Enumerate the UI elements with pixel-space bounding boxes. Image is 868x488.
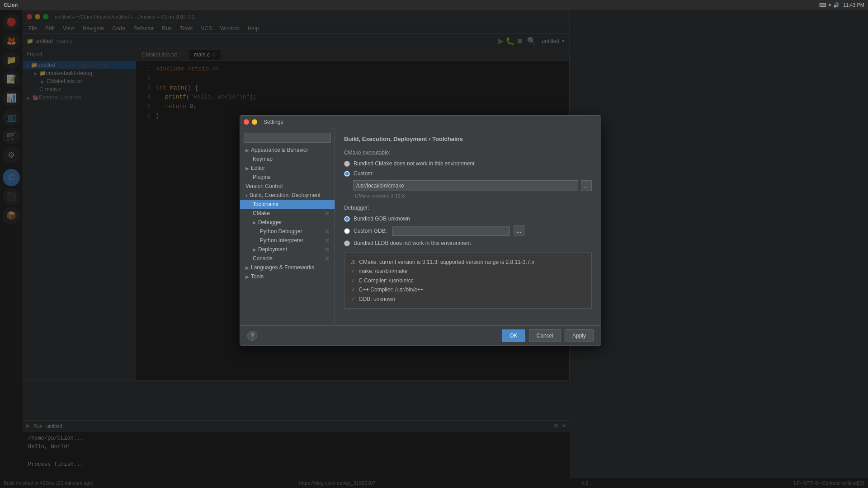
nav-appearance-label: Appearance & Behavior: [251, 147, 308, 153]
nav-version-control-label: Version Control: [245, 183, 283, 189]
nav-build-label: Build, Execution, Deployment: [250, 192, 321, 198]
radio-custom-gdb-label: Custom GDB:: [354, 228, 387, 234]
nav-keymap[interactable]: Keymap: [240, 155, 335, 164]
radio-bundled-gdb-row: Bundled GDB unknown: [344, 216, 592, 222]
gdb-browse-btn[interactable]: …: [514, 225, 524, 236]
cmake-path-input[interactable]: [353, 180, 578, 191]
radio-bundled[interactable]: [344, 161, 350, 167]
help-button[interactable]: ?: [247, 331, 257, 341]
nav-tools-label: Tools: [251, 273, 264, 280]
nav-python-interpreter-label: Python Interpreter: [260, 237, 303, 244]
deployment-shortcut: ⌘: [325, 247, 329, 252]
nav-console-label: Console: [253, 255, 273, 262]
status-cc: ✓ C Compiler: /usr/bin/cc: [351, 276, 585, 285]
nav-keymap-label: Keymap: [253, 156, 273, 162]
radio-custom[interactable]: [344, 171, 350, 177]
taskbar-right: ⌨ ✦ 🔊 11:43 PM: [819, 2, 864, 8]
radio-bundled-gdb[interactable]: [344, 216, 350, 222]
status-warn-text: CMake: current version is 3.11.3; suppor…: [359, 259, 534, 265]
radio-custom-row: Custom:: [344, 170, 592, 177]
status-cxx-text: C++ Compiler: /usr/bin/c++: [359, 286, 423, 293]
nav-python-debugger[interactable]: Python Debugger ⌘: [240, 227, 335, 236]
nav-plugins-label: Plugins: [253, 174, 270, 180]
radio-bundled-lldb[interactable]: [344, 240, 350, 246]
python-debugger-shortcut: ⌘: [325, 229, 329, 234]
radio-bundled-lldb-label: Bundled LLDB does not work in this envir…: [354, 240, 471, 246]
status-box: ⚠ CMake: current version is 3.11.3; supp…: [344, 253, 592, 309]
radio-bundled-label: Bundled CMake does not work in this envi…: [354, 160, 474, 167]
status-cxx: ✓ C++ Compiler: /usr/bin/c++: [351, 285, 585, 294]
ok-button[interactable]: OK: [502, 329, 525, 342]
settings-overlay: Settings ▶ Appearance & Behavior Keymap …: [0, 0, 868, 488]
debugger-label: Debugger:: [344, 205, 592, 211]
nav-version-control[interactable]: Version Control: [240, 182, 335, 191]
radio-bundled-row: Bundled CMake does not work in this envi…: [344, 160, 592, 167]
cancel-button[interactable]: Cancel: [529, 329, 561, 342]
nav-build[interactable]: ▾ Build, Execution, Deployment: [240, 191, 335, 200]
warn-icon: ⚠: [351, 259, 356, 265]
dialog-titlebar: Settings: [240, 116, 601, 128]
settings-dialog: Settings ▶ Appearance & Behavior Keymap …: [240, 115, 601, 346]
taskbar: CLion ⌨ ✦ 🔊 11:43 PM: [0, 0, 868, 10]
check-gdb-icon: ✓: [351, 296, 355, 302]
question-icon: ?: [251, 333, 254, 339]
nav-cmake[interactable]: CMake ⌘: [240, 209, 335, 218]
nav-appearance[interactable]: ▶ Appearance & Behavior: [240, 145, 335, 155]
settings-search[interactable]: [244, 133, 331, 143]
dialog-body: ▶ Appearance & Behavior Keymap ▶ Editor …: [240, 128, 601, 325]
radio-bundled-lldb-row: Bundled LLDB does not work in this envir…: [344, 240, 592, 246]
nav-languages[interactable]: ▶ Languages & Frameworks: [240, 263, 335, 272]
app-name: CLion: [4, 2, 18, 8]
radio-custom-gdb-row: Custom GDB: …: [344, 225, 592, 236]
nav-toolchains[interactable]: Toolchains: [240, 200, 335, 209]
custom-gdb-input[interactable]: [392, 226, 510, 236]
dialog-footer: ? OK Cancel Apply: [240, 325, 601, 345]
nav-debugger-arrow: ▶: [253, 220, 256, 225]
nav-console[interactable]: Console ⌘: [240, 254, 335, 263]
check-cxx-icon: ✓: [351, 286, 355, 293]
nav-python-debugger-label: Python Debugger: [260, 228, 302, 235]
check-make-icon: ✓: [351, 268, 355, 274]
nav-languages-arrow: ▶: [245, 265, 249, 270]
dialog-close-btn[interactable]: [244, 119, 249, 125]
status-gdb: ✓ GDB: unknown: [351, 295, 585, 304]
nav-plugins[interactable]: Plugins: [240, 173, 335, 182]
dialog-title: Settings: [264, 119, 283, 125]
nav-deployment[interactable]: ▶ Deployment ⌘: [240, 245, 335, 254]
status-cc-text: C Compiler: /usr/bin/cc: [359, 277, 413, 284]
nav-toolchains-label: Toolchains: [253, 201, 278, 207]
taskbar-time: 11:43 PM: [843, 2, 864, 8]
radio-custom-label: Custom:: [354, 170, 374, 177]
taskbar-icons: ⌨ ✦ 🔊: [819, 2, 840, 8]
radio-bundled-gdb-label: Bundled GDB unknown: [354, 216, 410, 222]
nav-debugger-label: Debugger: [258, 219, 282, 225]
settings-content: Build, Execution, Deployment › Toolchain…: [335, 128, 601, 325]
status-make-text: make: /usr/bin/make: [359, 268, 407, 274]
radio-custom-gdb[interactable]: [344, 228, 350, 234]
dialog-min-btn[interactable]: [252, 119, 257, 125]
nav-editor[interactable]: ▶ Editor: [240, 164, 335, 173]
nav-debugger[interactable]: ▶ Debugger: [240, 218, 335, 227]
nav-cmake-label: CMake: [253, 210, 270, 216]
nav-tools[interactable]: ▶ Tools: [240, 272, 335, 281]
python-interpreter-shortcut: ⌘: [325, 238, 329, 243]
breadcrumb: Build, Execution, Deployment › Toolchain…: [344, 136, 592, 142]
nav-python-interpreter[interactable]: Python Interpreter ⌘: [240, 236, 335, 245]
cmake-version-text: CMake version: 3.11.3: [344, 193, 592, 198]
nav-appearance-arrow: ▶: [245, 148, 249, 153]
status-warn: ⚠ CMake: current version is 3.11.3; supp…: [351, 258, 585, 267]
nav-tools-arrow: ▶: [245, 274, 249, 279]
apply-button[interactable]: Apply: [565, 329, 594, 342]
cmake-executable-label: CMake executable:: [344, 150, 592, 156]
cmake-browse-btn[interactable]: …: [581, 180, 592, 191]
console-shortcut: ⌘: [325, 256, 329, 261]
status-make: ✓ make: /usr/bin/make: [351, 267, 585, 276]
nav-deployment-arrow: ▶: [253, 247, 256, 252]
nav-languages-label: Languages & Frameworks: [251, 264, 314, 271]
settings-nav: ▶ Appearance & Behavior Keymap ▶ Editor …: [240, 128, 335, 325]
nav-build-arrow: ▾: [245, 193, 248, 198]
nav-deployment-label: Deployment: [258, 246, 287, 253]
custom-cmake-row: …: [344, 180, 592, 191]
check-cc-icon: ✓: [351, 277, 355, 284]
nav-editor-arrow: ▶: [245, 166, 249, 171]
